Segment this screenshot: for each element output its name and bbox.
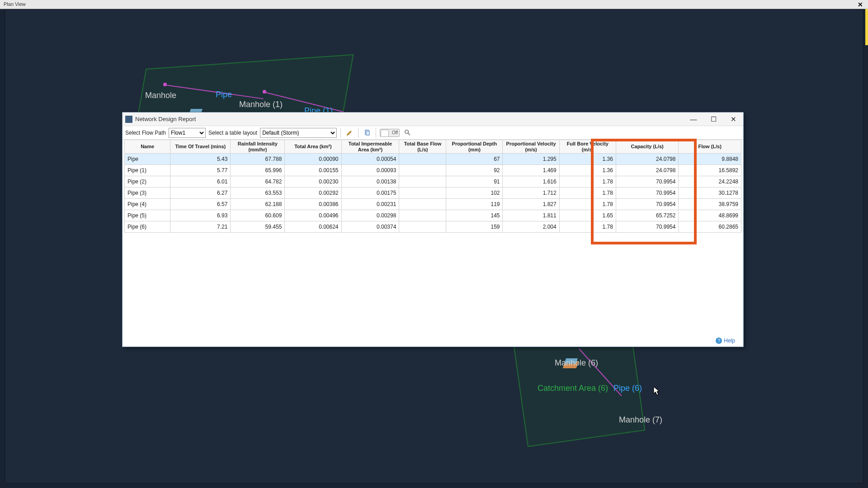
cell-pv[interactable]: 1.469 xyxy=(503,165,559,176)
col-capacity[interactable]: Capacity (L/s) xyxy=(616,140,679,154)
cell-ta[interactable]: 0.00386 xyxy=(285,199,341,210)
cell-ri[interactable]: 60.609 xyxy=(231,210,285,221)
cell-flow[interactable]: 48.8699 xyxy=(679,210,741,221)
cell-ri[interactable]: 63.553 xyxy=(231,188,285,199)
cell-fbv[interactable]: 1.78 xyxy=(559,221,616,233)
cell-ri[interactable]: 65.996 xyxy=(231,165,285,176)
table-row[interactable]: Pipe (4)6.5762.1880.003860.002311191.827… xyxy=(125,199,741,210)
cell-name[interactable]: Pipe xyxy=(125,154,170,165)
cell-ri[interactable]: 62.188 xyxy=(231,199,285,210)
cell-tbf[interactable] xyxy=(399,210,446,221)
cell-tia[interactable]: 0.00231 xyxy=(341,199,399,210)
cell-pv[interactable]: 1.616 xyxy=(503,176,559,188)
cell-tot[interactable]: 6.01 xyxy=(170,176,231,188)
cell-tot[interactable]: 5.43 xyxy=(170,154,231,165)
cell-cap[interactable]: 70.9954 xyxy=(616,221,679,233)
cell-tot[interactable]: 7.21 xyxy=(170,221,231,233)
cell-fbv[interactable]: 1.78 xyxy=(559,176,616,188)
cell-pv[interactable]: 2.004 xyxy=(503,221,559,233)
col-total-area[interactable]: Total Area (km²) xyxy=(285,140,341,154)
copy-icon[interactable] xyxy=(362,128,372,138)
layout-select[interactable]: Default (Storm) xyxy=(260,128,337,138)
cell-tot[interactable]: 5.77 xyxy=(170,165,231,176)
cell-tia[interactable]: 0.00054 xyxy=(341,154,399,165)
cell-pv[interactable]: 1.712 xyxy=(503,188,559,199)
help-link[interactable]: ? Help xyxy=(716,338,735,344)
table-row[interactable]: Pipe (2)6.0164.7820.002300.00138911.6161… xyxy=(125,176,741,188)
cell-pd[interactable]: 67 xyxy=(446,154,503,165)
col-flow[interactable]: Flow (L/s) xyxy=(679,140,741,154)
cell-ta[interactable]: 0.00090 xyxy=(285,154,341,165)
cell-tbf[interactable] xyxy=(399,154,446,165)
cell-fbv[interactable]: 1.78 xyxy=(559,188,616,199)
cell-ta[interactable]: 0.00230 xyxy=(285,176,341,188)
table-row[interactable]: Pipe (1)5.7765.9960.001550.00093921.4691… xyxy=(125,165,741,176)
cell-name[interactable]: Pipe (4) xyxy=(125,199,170,210)
cell-cap[interactable]: 70.9954 xyxy=(616,199,679,210)
cell-pv[interactable]: 1.827 xyxy=(503,199,559,210)
cell-pv[interactable]: 1.811 xyxy=(503,210,559,221)
table-row[interactable]: Pipe (5)6.9360.6090.004960.002981451.811… xyxy=(125,210,741,221)
cell-tbf[interactable] xyxy=(399,199,446,210)
cell-pd[interactable]: 159 xyxy=(446,221,503,233)
cell-pd[interactable]: 92 xyxy=(446,165,503,176)
cell-flow[interactable]: 24.2248 xyxy=(679,176,741,188)
col-name[interactable]: Name xyxy=(125,140,170,154)
cell-cap[interactable]: 65.7252 xyxy=(616,210,679,221)
cell-ri[interactable]: 64.782 xyxy=(231,176,285,188)
table-row[interactable]: Pipe (6)7.2159.4550.006240.003741592.004… xyxy=(125,221,741,233)
cell-pd[interactable]: 145 xyxy=(446,210,503,221)
cell-tbf[interactable] xyxy=(399,188,446,199)
cell-ri[interactable]: 59.455 xyxy=(231,221,285,233)
cell-pd[interactable]: 91 xyxy=(446,176,503,188)
cell-ta[interactable]: 0.00624 xyxy=(285,221,341,233)
cell-ta[interactable]: 0.00292 xyxy=(285,188,341,199)
cell-pv[interactable]: 1.295 xyxy=(503,154,559,165)
results-table[interactable]: Name Time Of Travel (mins) Rainfall Inte… xyxy=(124,140,741,233)
cell-name[interactable]: Pipe (3) xyxy=(125,188,170,199)
cell-pd[interactable]: 119 xyxy=(446,199,503,210)
cell-name[interactable]: Pipe (1) xyxy=(125,165,170,176)
panel-close-icon[interactable]: ✕ xyxy=(855,0,866,9)
cell-flow[interactable]: 16.5892 xyxy=(679,165,741,176)
cell-flow[interactable]: 9.8848 xyxy=(679,154,741,165)
col-prop-velocity[interactable]: Proportional Velocity (m/s) xyxy=(503,140,559,154)
cell-name[interactable]: Pipe (6) xyxy=(125,221,170,233)
table-row[interactable]: Pipe5.4367.7880.000900.00054671.2951.362… xyxy=(125,154,741,165)
col-rainfall-intensity[interactable]: Rainfall Intensity (mm/hr) xyxy=(231,140,285,154)
cell-ta[interactable]: 0.00155 xyxy=(285,165,341,176)
cell-tbf[interactable] xyxy=(399,176,446,188)
cell-flow[interactable]: 30.1278 xyxy=(679,188,741,199)
filter-toggle[interactable]: Off xyxy=(380,129,400,137)
col-total-imperm-area[interactable]: Total Impermeable Area (km²) xyxy=(341,140,399,154)
cell-tia[interactable]: 0.00374 xyxy=(341,221,399,233)
minimize-icon[interactable]: — xyxy=(684,113,703,126)
cell-flow[interactable]: 38.9759 xyxy=(679,199,741,210)
cell-fbv[interactable]: 1.36 xyxy=(559,154,616,165)
cell-tot[interactable]: 6.27 xyxy=(170,188,231,199)
cell-flow[interactable]: 60.2865 xyxy=(679,221,741,233)
close-icon[interactable]: ✕ xyxy=(723,113,743,126)
cell-cap[interactable]: 24.0798 xyxy=(616,154,679,165)
cell-fbv[interactable]: 1.65 xyxy=(559,210,616,221)
cell-tbf[interactable] xyxy=(399,221,446,233)
col-total-base-flow[interactable]: Total Base Flow (L/s) xyxy=(399,140,446,154)
zoom-icon[interactable] xyxy=(402,128,412,138)
cell-tot[interactable]: 6.93 xyxy=(170,210,231,221)
flowpath-select[interactable]: Flow1 xyxy=(169,128,206,138)
cell-ri[interactable]: 67.788 xyxy=(231,154,285,165)
cell-fbv[interactable]: 1.36 xyxy=(559,165,616,176)
cell-pd[interactable]: 102 xyxy=(446,188,503,199)
maximize-icon[interactable]: ☐ xyxy=(703,113,723,126)
cell-name[interactable]: Pipe (5) xyxy=(125,210,170,221)
cell-tia[interactable]: 0.00138 xyxy=(341,176,399,188)
cell-tia[interactable]: 0.00093 xyxy=(341,165,399,176)
cell-cap[interactable]: 24.0798 xyxy=(616,165,679,176)
cell-tia[interactable]: 0.00175 xyxy=(341,188,399,199)
col-prop-depth[interactable]: Proportional Depth (mm) xyxy=(446,140,503,154)
col-time-of-travel[interactable]: Time Of Travel (mins) xyxy=(170,140,231,154)
cell-ta[interactable]: 0.00496 xyxy=(285,210,341,221)
cell-cap[interactable]: 70.9954 xyxy=(616,188,679,199)
table-row[interactable]: Pipe (3)6.2763.5530.002920.001751021.712… xyxy=(125,188,741,199)
cell-tbf[interactable] xyxy=(399,165,446,176)
